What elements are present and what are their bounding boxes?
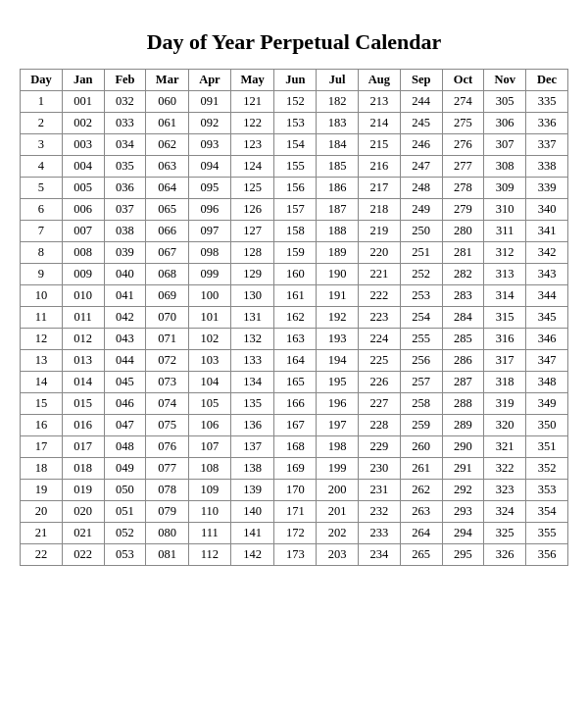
day-value: 217 bbox=[359, 178, 401, 199]
day-value: 309 bbox=[484, 178, 526, 199]
day-value: 003 bbox=[62, 134, 104, 156]
day-value: 052 bbox=[104, 523, 146, 544]
day-value: 065 bbox=[146, 199, 189, 221]
day-value: 221 bbox=[359, 264, 401, 285]
day-value: 105 bbox=[189, 393, 231, 415]
day-value: 352 bbox=[526, 458, 568, 480]
day-number: 21 bbox=[21, 523, 63, 544]
day-value: 162 bbox=[274, 307, 317, 329]
day-value: 018 bbox=[62, 458, 104, 480]
day-value: 312 bbox=[484, 242, 526, 264]
day-value: 129 bbox=[230, 264, 274, 285]
day-value: 092 bbox=[189, 113, 231, 134]
day-value: 313 bbox=[484, 264, 526, 285]
day-value: 099 bbox=[189, 264, 231, 285]
day-value: 038 bbox=[104, 221, 146, 242]
day-value: 135 bbox=[230, 393, 274, 415]
day-value: 166 bbox=[274, 393, 317, 415]
day-value: 001 bbox=[62, 91, 104, 113]
day-value: 262 bbox=[400, 480, 442, 501]
day-value: 122 bbox=[230, 113, 274, 134]
day-value: 247 bbox=[400, 156, 442, 178]
day-value: 201 bbox=[317, 501, 359, 523]
day-value: 184 bbox=[317, 134, 359, 156]
day-value: 006 bbox=[62, 199, 104, 221]
day-value: 051 bbox=[104, 501, 146, 523]
day-value: 080 bbox=[146, 523, 189, 544]
day-value: 108 bbox=[189, 458, 231, 480]
day-value: 316 bbox=[484, 329, 526, 350]
table-row: 17017048076107137168198229260290321351 bbox=[21, 436, 568, 458]
day-value: 294 bbox=[442, 523, 484, 544]
day-value: 043 bbox=[104, 329, 146, 350]
day-value: 286 bbox=[442, 350, 484, 372]
day-value: 295 bbox=[442, 544, 484, 566]
day-value: 155 bbox=[274, 156, 317, 178]
day-value: 353 bbox=[526, 480, 568, 501]
day-value: 291 bbox=[442, 458, 484, 480]
day-value: 193 bbox=[317, 329, 359, 350]
day-value: 170 bbox=[274, 480, 317, 501]
col-header-mar: Mar bbox=[146, 70, 189, 91]
day-value: 225 bbox=[359, 350, 401, 372]
day-value: 142 bbox=[230, 544, 274, 566]
day-value: 280 bbox=[442, 221, 484, 242]
day-value: 254 bbox=[400, 307, 442, 329]
day-value: 004 bbox=[62, 156, 104, 178]
day-value: 061 bbox=[146, 113, 189, 134]
day-value: 022 bbox=[62, 544, 104, 566]
day-value: 040 bbox=[104, 264, 146, 285]
table-row: 10010041069100130161191222253283314344 bbox=[21, 285, 568, 307]
day-number: 13 bbox=[21, 350, 63, 372]
day-value: 311 bbox=[484, 221, 526, 242]
day-number: 4 bbox=[21, 156, 63, 178]
day-value: 063 bbox=[146, 156, 189, 178]
day-value: 261 bbox=[400, 458, 442, 480]
day-value: 037 bbox=[104, 199, 146, 221]
day-value: 079 bbox=[146, 501, 189, 523]
day-value: 219 bbox=[359, 221, 401, 242]
col-header-feb: Feb bbox=[104, 70, 146, 91]
day-value: 223 bbox=[359, 307, 401, 329]
day-value: 274 bbox=[442, 91, 484, 113]
day-value: 288 bbox=[442, 393, 484, 415]
day-value: 167 bbox=[274, 415, 317, 436]
day-value: 014 bbox=[62, 372, 104, 393]
day-value: 078 bbox=[146, 480, 189, 501]
day-value: 190 bbox=[317, 264, 359, 285]
day-value: 248 bbox=[400, 178, 442, 199]
day-value: 279 bbox=[442, 199, 484, 221]
day-value: 220 bbox=[359, 242, 401, 264]
day-value: 127 bbox=[230, 221, 274, 242]
day-number: 12 bbox=[21, 329, 63, 350]
table-row: 16016047075106136167197228259289320350 bbox=[21, 415, 568, 436]
col-header-aug: Aug bbox=[359, 70, 401, 91]
day-value: 126 bbox=[230, 199, 274, 221]
day-value: 066 bbox=[146, 221, 189, 242]
day-value: 068 bbox=[146, 264, 189, 285]
col-header-apr: Apr bbox=[189, 70, 231, 91]
day-value: 343 bbox=[526, 264, 568, 285]
day-value: 007 bbox=[62, 221, 104, 242]
day-value: 098 bbox=[189, 242, 231, 264]
col-header-nov: Nov bbox=[484, 70, 526, 91]
day-value: 307 bbox=[484, 134, 526, 156]
day-value: 202 bbox=[317, 523, 359, 544]
col-header-dec: Dec bbox=[526, 70, 568, 91]
table-row: 11011042070101131162192223254284315345 bbox=[21, 307, 568, 329]
day-value: 222 bbox=[359, 285, 401, 307]
day-value: 255 bbox=[400, 329, 442, 350]
day-value: 282 bbox=[442, 264, 484, 285]
col-header-jan: Jan bbox=[62, 70, 104, 91]
day-value: 132 bbox=[230, 329, 274, 350]
day-value: 256 bbox=[400, 350, 442, 372]
day-value: 096 bbox=[189, 199, 231, 221]
day-value: 342 bbox=[526, 242, 568, 264]
day-value: 347 bbox=[526, 350, 568, 372]
day-value: 196 bbox=[317, 393, 359, 415]
day-number: 15 bbox=[21, 393, 63, 415]
day-value: 154 bbox=[274, 134, 317, 156]
day-value: 044 bbox=[104, 350, 146, 372]
day-value: 141 bbox=[230, 523, 274, 544]
day-value: 070 bbox=[146, 307, 189, 329]
